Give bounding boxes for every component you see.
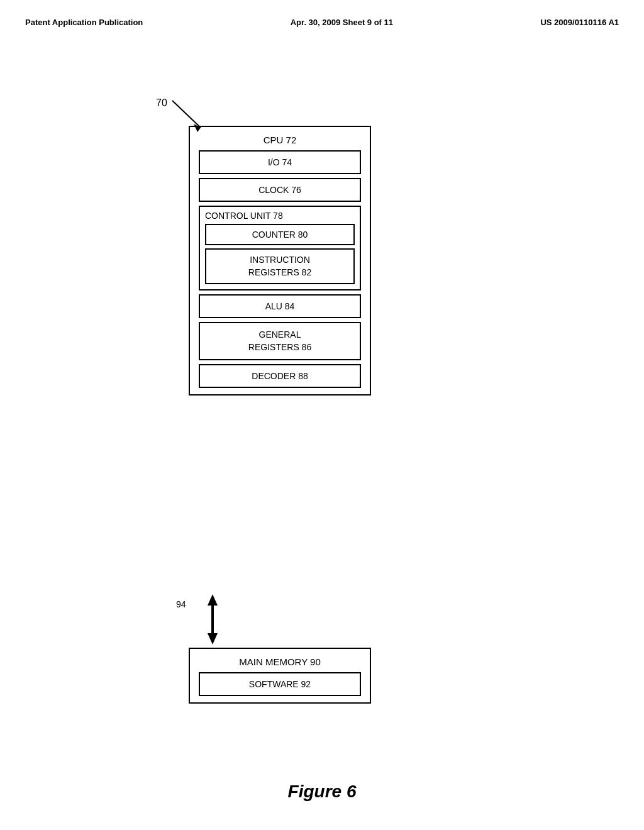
page-header: Patent Application Publication Apr. 30, … xyxy=(0,0,644,27)
svg-line-0 xyxy=(172,101,201,128)
main-memory-outer-box: MAIN MEMORY 90 SOFTWARE 92 xyxy=(189,648,371,704)
io-box: I/O 74 xyxy=(199,150,361,174)
decoder-box: DECODER 88 xyxy=(199,364,361,388)
header-center: Apr. 30, 2009 Sheet 9 of 11 xyxy=(291,18,393,27)
bidirectional-arrow xyxy=(200,594,238,645)
instruction-registers-box: INSTRUCTION REGISTERS 82 xyxy=(205,248,355,284)
svg-rect-3 xyxy=(211,604,214,634)
counter-box: COUNTER 80 xyxy=(205,224,355,245)
svg-marker-2 xyxy=(208,594,218,606)
control-unit-box: CONTROL UNIT 78 COUNTER 80 INSTRUCTION R… xyxy=(199,206,361,290)
main-memory-label: MAIN MEMORY 90 xyxy=(190,649,370,672)
figure-caption: Figure 6 xyxy=(288,782,357,802)
cpu-outer-box: CPU 72 I/O 74 CLOCK 76 CONTROL UNIT 78 C… xyxy=(189,126,371,396)
header-right: US 2009/0110116 A1 xyxy=(540,18,619,27)
general-registers-box: GENERAL REGISTERS 86 xyxy=(199,322,361,360)
header-left: Patent Application Publication xyxy=(25,18,143,27)
clock-box: CLOCK 76 xyxy=(199,178,361,202)
control-unit-label: CONTROL UNIT 78 xyxy=(205,211,355,221)
svg-marker-4 xyxy=(208,633,218,645)
arrow-label-94: 94 xyxy=(176,599,186,609)
software-box: SOFTWARE 92 xyxy=(199,672,361,696)
cpu-label: CPU 72 xyxy=(190,127,370,150)
alu-box: ALU 84 xyxy=(199,294,361,318)
